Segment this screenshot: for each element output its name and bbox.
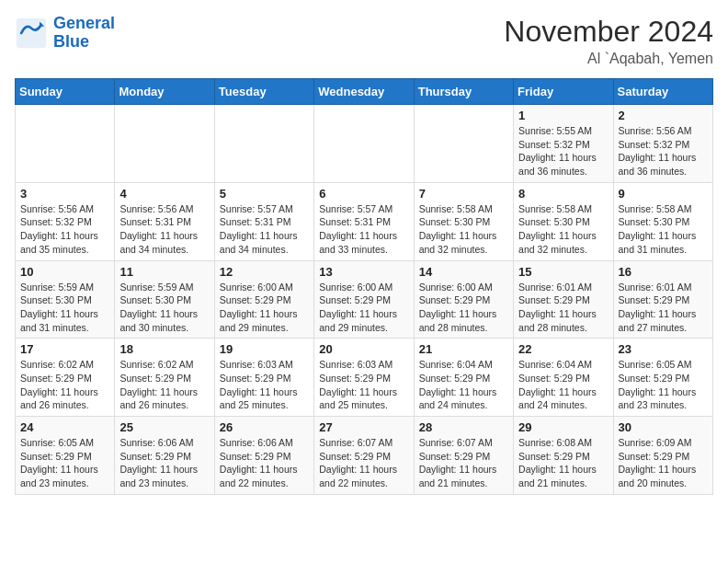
day-info: Sunrise: 5:58 AM Sunset: 5:30 PM Dayligh…: [619, 202, 708, 257]
title-block: November 2024 Al `Aqabah, Yemen: [504, 15, 713, 67]
logo-icon: [15, 17, 48, 50]
calendar-header: SundayMondayTuesdayWednesdayThursdayFrid…: [16, 79, 713, 105]
day-cell: 13Sunrise: 6:00 AM Sunset: 5:29 PM Dayli…: [314, 260, 414, 339]
day-cell: [214, 105, 313, 183]
day-number: 7: [419, 187, 508, 201]
day-cell: 25Sunrise: 6:06 AM Sunset: 5:29 PM Dayli…: [115, 417, 214, 495]
week-row-2: 10Sunrise: 5:59 AM Sunset: 5:30 PM Dayli…: [16, 260, 713, 339]
day-cell: 23Sunrise: 6:05 AM Sunset: 5:29 PM Dayli…: [613, 339, 712, 417]
day-info: Sunrise: 6:05 AM Sunset: 5:29 PM Dayligh…: [20, 436, 109, 490]
day-cell: 19Sunrise: 6:03 AM Sunset: 5:29 PM Dayli…: [214, 339, 313, 417]
day-number: 27: [319, 420, 408, 434]
day-number: 22: [518, 342, 608, 356]
day-cell: 1Sunrise: 5:55 AM Sunset: 5:32 PM Daylig…: [514, 105, 613, 183]
day-cell: 9Sunrise: 5:58 AM Sunset: 5:30 PM Daylig…: [613, 182, 712, 260]
month-title: November 2024: [504, 15, 713, 49]
day-cell: 2Sunrise: 5:56 AM Sunset: 5:32 PM Daylig…: [613, 105, 712, 183]
day-info: Sunrise: 5:57 AM Sunset: 5:31 PM Dayligh…: [319, 202, 408, 257]
logo-line1: General: [53, 14, 115, 32]
day-info: Sunrise: 6:07 AM Sunset: 5:29 PM Dayligh…: [419, 436, 508, 490]
day-info: Sunrise: 6:04 AM Sunset: 5:29 PM Dayligh…: [419, 358, 508, 412]
day-info: Sunrise: 6:08 AM Sunset: 5:29 PM Dayligh…: [518, 436, 608, 490]
week-row-0: 1Sunrise: 5:55 AM Sunset: 5:32 PM Daylig…: [16, 105, 713, 183]
day-info: Sunrise: 5:56 AM Sunset: 5:32 PM Dayligh…: [20, 202, 109, 257]
day-cell: [414, 105, 513, 183]
week-row-3: 17Sunrise: 6:02 AM Sunset: 5:29 PM Dayli…: [16, 339, 713, 417]
day-info: Sunrise: 5:56 AM Sunset: 5:32 PM Dayligh…: [619, 124, 708, 178]
day-info: Sunrise: 6:06 AM Sunset: 5:29 PM Dayligh…: [119, 436, 209, 490]
calendar-table: SundayMondayTuesdayWednesdayThursdayFrid…: [15, 78, 713, 495]
location-title: Al `Aqabah, Yemen: [504, 51, 713, 67]
day-cell: 29Sunrise: 6:08 AM Sunset: 5:29 PM Dayli…: [514, 417, 613, 495]
day-cell: 26Sunrise: 6:06 AM Sunset: 5:29 PM Dayli…: [214, 417, 313, 495]
day-number: 29: [518, 420, 608, 434]
day-cell: 30Sunrise: 6:09 AM Sunset: 5:29 PM Dayli…: [613, 417, 712, 495]
day-info: Sunrise: 5:56 AM Sunset: 5:31 PM Dayligh…: [119, 202, 209, 257]
day-number: 20: [319, 342, 408, 356]
day-number: 25: [119, 420, 209, 434]
day-number: 26: [220, 420, 309, 434]
day-info: Sunrise: 6:02 AM Sunset: 5:29 PM Dayligh…: [20, 358, 109, 412]
day-number: 30: [619, 420, 708, 434]
day-info: Sunrise: 5:59 AM Sunset: 5:30 PM Dayligh…: [119, 281, 209, 335]
day-number: 18: [119, 342, 209, 356]
day-cell: 18Sunrise: 6:02 AM Sunset: 5:29 PM Dayli…: [115, 339, 214, 417]
day-info: Sunrise: 5:58 AM Sunset: 5:30 PM Dayligh…: [419, 202, 508, 257]
day-cell: 3Sunrise: 5:56 AM Sunset: 5:32 PM Daylig…: [16, 182, 115, 260]
day-info: Sunrise: 5:59 AM Sunset: 5:30 PM Dayligh…: [20, 281, 109, 335]
day-number: 1: [518, 109, 608, 122]
day-cell: 28Sunrise: 6:07 AM Sunset: 5:29 PM Dayli…: [414, 417, 513, 495]
day-info: Sunrise: 5:55 AM Sunset: 5:32 PM Dayligh…: [518, 124, 608, 178]
day-cell: 14Sunrise: 6:00 AM Sunset: 5:29 PM Dayli…: [414, 260, 513, 339]
day-number: 14: [419, 265, 508, 279]
day-info: Sunrise: 5:57 AM Sunset: 5:31 PM Dayligh…: [220, 202, 309, 257]
day-info: Sunrise: 6:03 AM Sunset: 5:29 PM Dayligh…: [220, 358, 309, 412]
col-header-thursday: Thursday: [414, 79, 513, 105]
day-info: Sunrise: 6:09 AM Sunset: 5:29 PM Dayligh…: [619, 436, 708, 490]
calendar-body: 1Sunrise: 5:55 AM Sunset: 5:32 PM Daylig…: [16, 105, 713, 495]
day-number: 13: [319, 265, 408, 279]
day-cell: 10Sunrise: 5:59 AM Sunset: 5:30 PM Dayli…: [16, 260, 115, 339]
day-cell: [16, 105, 115, 183]
day-cell: 22Sunrise: 6:04 AM Sunset: 5:29 PM Dayli…: [514, 339, 613, 417]
col-header-sunday: Sunday: [16, 79, 115, 105]
day-cell: [314, 105, 414, 183]
day-cell: 24Sunrise: 6:05 AM Sunset: 5:29 PM Dayli…: [16, 417, 115, 495]
day-info: Sunrise: 6:00 AM Sunset: 5:29 PM Dayligh…: [220, 281, 309, 335]
day-number: 15: [518, 265, 608, 279]
day-number: 10: [20, 265, 109, 279]
week-row-1: 3Sunrise: 5:56 AM Sunset: 5:32 PM Daylig…: [16, 182, 713, 260]
day-info: Sunrise: 6:02 AM Sunset: 5:29 PM Dayligh…: [119, 358, 209, 412]
day-cell: 21Sunrise: 6:04 AM Sunset: 5:29 PM Dayli…: [414, 339, 513, 417]
day-number: 23: [619, 342, 708, 356]
day-number: 16: [619, 265, 708, 279]
day-number: 17: [20, 342, 109, 356]
day-number: 11: [119, 265, 209, 279]
logo-text: General Blue: [53, 15, 115, 52]
week-row-4: 24Sunrise: 6:05 AM Sunset: 5:29 PM Dayli…: [16, 417, 713, 495]
day-info: Sunrise: 6:05 AM Sunset: 5:29 PM Dayligh…: [619, 358, 708, 412]
logo: General Blue: [15, 15, 115, 52]
day-info: Sunrise: 6:07 AM Sunset: 5:29 PM Dayligh…: [319, 436, 408, 490]
page-header: General Blue November 2024 Al `Aqabah, Y…: [15, 15, 713, 67]
logo-line2: Blue: [53, 32, 89, 51]
day-number: 8: [518, 187, 608, 201]
col-header-friday: Friday: [514, 79, 613, 105]
day-cell: 12Sunrise: 6:00 AM Sunset: 5:29 PM Dayli…: [214, 260, 313, 339]
day-cell: 15Sunrise: 6:01 AM Sunset: 5:29 PM Dayli…: [514, 260, 613, 339]
day-number: 3: [20, 187, 109, 201]
day-cell: 20Sunrise: 6:03 AM Sunset: 5:29 PM Dayli…: [314, 339, 414, 417]
day-info: Sunrise: 6:03 AM Sunset: 5:29 PM Dayligh…: [319, 358, 408, 412]
day-cell: 7Sunrise: 5:58 AM Sunset: 5:30 PM Daylig…: [414, 182, 513, 260]
day-info: Sunrise: 6:06 AM Sunset: 5:29 PM Dayligh…: [220, 436, 309, 490]
day-cell: 16Sunrise: 6:01 AM Sunset: 5:29 PM Dayli…: [613, 260, 712, 339]
day-cell: 17Sunrise: 6:02 AM Sunset: 5:29 PM Dayli…: [16, 339, 115, 417]
day-info: Sunrise: 5:58 AM Sunset: 5:30 PM Dayligh…: [518, 202, 608, 257]
day-number: 19: [220, 342, 309, 356]
day-number: 21: [419, 342, 508, 356]
day-info: Sunrise: 6:00 AM Sunset: 5:29 PM Dayligh…: [419, 281, 508, 335]
day-number: 5: [220, 187, 309, 201]
day-number: 28: [419, 420, 508, 434]
day-number: 4: [119, 187, 209, 201]
day-number: 6: [319, 187, 408, 201]
